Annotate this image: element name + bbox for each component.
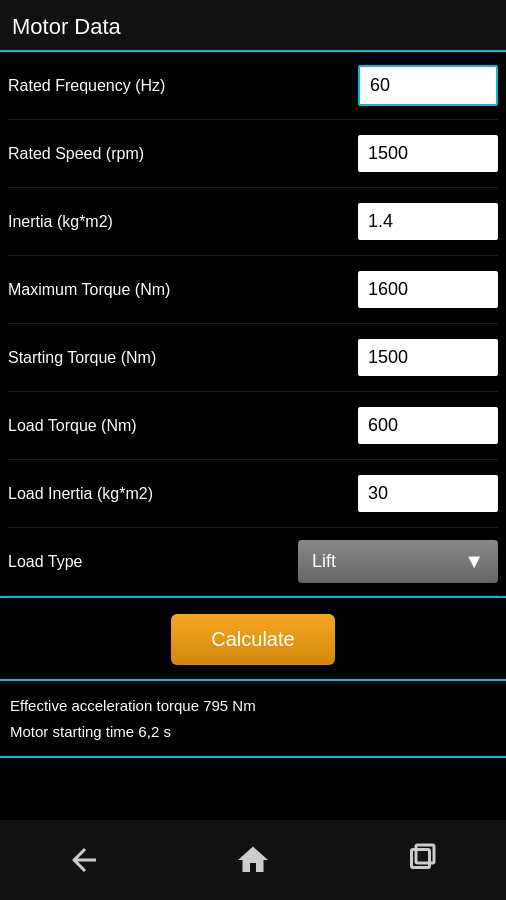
recents-button[interactable] — [392, 835, 452, 885]
back-button[interactable] — [54, 835, 114, 885]
load-torque-input[interactable] — [358, 407, 498, 444]
rated-speed-row: Rated Speed (rpm) — [8, 120, 498, 188]
button-row: Calculate — [0, 598, 506, 681]
load-inertia-input[interactable] — [358, 475, 498, 512]
inertia-row: Inertia (kg*m2) — [8, 188, 498, 256]
calculate-button[interactable]: Calculate — [171, 614, 334, 665]
svg-rect-1 — [416, 845, 434, 863]
rated-speed-input[interactable] — [358, 135, 498, 172]
rated-frequency-row: Rated Frequency (Hz) — [8, 52, 498, 120]
load-type-row: Load Type Lift ▼ — [8, 528, 498, 596]
home-button[interactable] — [223, 835, 283, 885]
bottom-nav — [0, 820, 506, 900]
title-bar: Motor Data — [0, 0, 506, 52]
starting-torque-label: Starting Torque (Nm) — [8, 349, 358, 367]
rated-speed-label: Rated Speed (rpm) — [8, 145, 358, 163]
load-type-dropdown[interactable]: Lift ▼ — [298, 540, 498, 583]
load-torque-label: Load Torque (Nm) — [8, 417, 358, 435]
load-type-value: Lift — [312, 551, 336, 572]
results-area: Effective acceleration torque 795 Nm Mot… — [0, 681, 506, 758]
result-line-2: Motor starting time 6,2 s — [10, 719, 496, 745]
load-torque-row: Load Torque (Nm) — [8, 392, 498, 460]
inertia-input[interactable] — [358, 203, 498, 240]
starting-torque-row: Starting Torque (Nm) — [8, 324, 498, 392]
rated-frequency-label: Rated Frequency (Hz) — [8, 77, 358, 95]
inertia-label: Inertia (kg*m2) — [8, 213, 358, 231]
maximum-torque-row: Maximum Torque (Nm) — [8, 256, 498, 324]
form-area: Rated Frequency (Hz) Rated Speed (rpm) I… — [0, 52, 506, 598]
maximum-torque-label: Maximum Torque (Nm) — [8, 281, 358, 299]
chevron-down-icon: ▼ — [464, 550, 484, 573]
load-inertia-label: Load Inertia (kg*m2) — [8, 485, 358, 503]
load-inertia-row: Load Inertia (kg*m2) — [8, 460, 498, 528]
load-type-label: Load Type — [8, 553, 298, 571]
app-title: Motor Data — [12, 14, 494, 40]
maximum-torque-input[interactable] — [358, 271, 498, 308]
starting-torque-input[interactable] — [358, 339, 498, 376]
rated-frequency-input[interactable] — [358, 65, 498, 106]
result-line-1: Effective acceleration torque 795 Nm — [10, 693, 496, 719]
